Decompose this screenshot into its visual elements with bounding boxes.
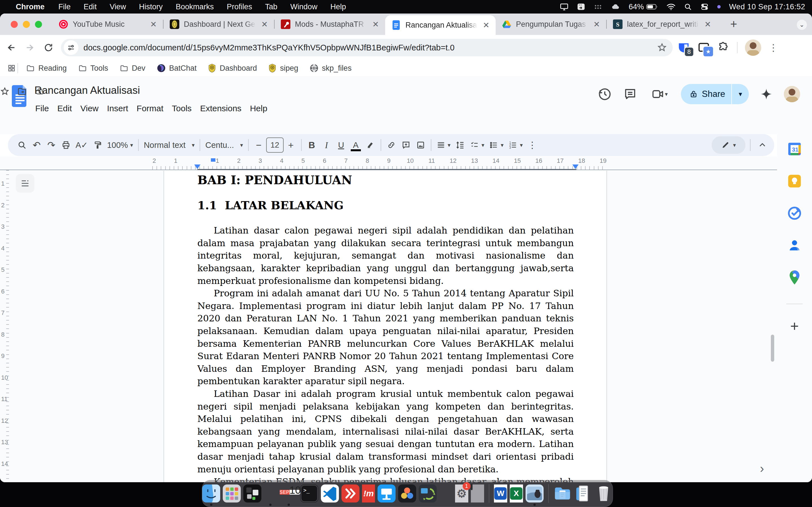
- extension-tab-star-icon[interactable]: ★: [698, 41, 710, 54]
- display-icon[interactable]: [560, 3, 568, 11]
- italic-button[interactable]: I: [319, 137, 334, 153]
- grid-dots-icon[interactable]: [594, 3, 602, 11]
- browser-tab-2[interactable]: Dashboard | Next Gener✕: [163, 13, 274, 35]
- wifi-icon[interactable]: [666, 3, 675, 10]
- menu-bar-item-file[interactable]: File: [52, 3, 77, 11]
- dock-item-sync-app[interactable]: [419, 485, 437, 503]
- text-color-button[interactable]: A: [349, 137, 363, 153]
- address-bar[interactable]: docs.google.com/document/d/15ps6vyM2mme3…: [61, 39, 673, 56]
- comments-icon[interactable]: [622, 86, 638, 102]
- dock-item-keynote[interactable]: [377, 485, 396, 503]
- bookmark-skp_files[interactable]: skp_files: [304, 62, 357, 74]
- gemini-sparkle-icon[interactable]: [758, 86, 774, 102]
- document-page[interactable]: BAB I: PENDAHULUAN 1.1 LATAR BELAKANG La…: [163, 171, 607, 482]
- keep-icon[interactable]: [786, 173, 803, 189]
- spell-check-icon[interactable]: A✓: [73, 137, 90, 153]
- tab-close-icon[interactable]: ✕: [149, 20, 158, 29]
- add-comment-icon[interactable]: [399, 137, 413, 153]
- dock-item-vscode[interactable]: [321, 485, 339, 503]
- dock-item-trash[interactable]: [595, 485, 613, 503]
- docs-menu-view[interactable]: View: [76, 102, 103, 115]
- tab-close-icon[interactable]: ✕: [371, 20, 380, 29]
- first-line-indent-marker[interactable]: [211, 158, 215, 162]
- browser-tab-5[interactable]: Pengumpulan Tugas Ind✕: [496, 13, 606, 35]
- share-button[interactable]: Share ▾: [681, 84, 749, 104]
- dock-item-chrome[interactable]: [264, 485, 277, 503]
- menu-bar-item-history[interactable]: History: [133, 3, 169, 11]
- dock-item-red-m-app[interactable]: !m: [362, 485, 375, 503]
- tab-close-icon[interactable]: ✕: [703, 20, 712, 29]
- tab-close-icon[interactable]: ✕: [592, 20, 601, 29]
- numbered-list-button[interactable]: 123▾: [506, 137, 525, 153]
- underline-button[interactable]: U: [334, 137, 349, 153]
- left-indent-marker[interactable]: [194, 165, 200, 169]
- contacts-icon[interactable]: [786, 237, 803, 253]
- menu-bar-item-window[interactable]: Window: [284, 3, 324, 11]
- align-button[interactable]: ▾: [434, 137, 453, 153]
- insert-image-icon[interactable]: [413, 137, 428, 153]
- browser-tab-4[interactable]: Rancangan Aktualisasi -✕: [385, 15, 496, 35]
- browser-tab-6[interactable]: Slatex_for_report_writing✕: [607, 13, 717, 35]
- cloud-icon[interactable]: [611, 3, 620, 11]
- document-title[interactable]: Rancangan Aktualisasi: [35, 84, 140, 96]
- minimize-window-button[interactable]: [23, 21, 30, 28]
- line-spacing-icon[interactable]: [453, 137, 467, 153]
- tab-close-icon[interactable]: ✕: [260, 20, 269, 29]
- menu-bar-item-bookmarks[interactable]: Bookmarks: [169, 3, 220, 11]
- vertical-scrollbar-thumb[interactable]: [771, 335, 774, 362]
- forward-button[interactable]: [22, 40, 37, 55]
- dock-item-calendar[interactable]: SEP10: [280, 485, 298, 503]
- extensions-puzzle-icon[interactable]: [717, 41, 730, 54]
- menu-bar-clock[interactable]: Wed 10 Sep 17:16:52: [729, 3, 805, 11]
- font-size-input[interactable]: 12: [266, 137, 284, 153]
- tab-close-icon[interactable]: ✕: [482, 20, 491, 30]
- dock-item-terminal[interactable]: >_: [300, 485, 318, 503]
- dock-item-finder[interactable]: [202, 485, 220, 503]
- close-window-button[interactable]: [11, 21, 18, 28]
- active-app-name[interactable]: Chrome: [16, 3, 52, 11]
- cloud-saved-icon[interactable]: [35, 87, 45, 96]
- back-button[interactable]: [4, 40, 18, 55]
- calendar-icon[interactable]: 31: [786, 141, 803, 157]
- collapse-panel-chevron-icon[interactable]: ›: [760, 461, 764, 475]
- dock-item-excel[interactable]: X: [510, 485, 523, 503]
- paint-format-icon[interactable]: [90, 137, 105, 153]
- bold-button[interactable]: B: [305, 137, 319, 153]
- dock-item-word[interactable]: W: [494, 485, 507, 503]
- docs-menu-edit[interactable]: Edit: [53, 102, 76, 115]
- extension-ublock-icon[interactable]: 8: [677, 41, 690, 54]
- insert-link-icon[interactable]: [384, 137, 399, 153]
- bulleted-list-button[interactable]: ▾: [487, 137, 506, 153]
- more-toolbar-icon[interactable]: ⋮: [525, 137, 540, 153]
- menu-bar-item-edit[interactable]: Edit: [77, 3, 103, 11]
- docs-menu-file[interactable]: File: [31, 102, 53, 115]
- dock-item-documents-stack[interactable]: [574, 485, 592, 503]
- apple-menu-icon[interactable]: [10, 6, 16, 7]
- editing-mode-button[interactable]: ▾: [712, 136, 746, 154]
- bookmark-star-icon[interactable]: [657, 43, 667, 53]
- browser-profile-avatar[interactable]: [745, 40, 761, 56]
- dock-item-iphone-mirroring[interactable]: [471, 485, 484, 503]
- bookmark-dev[interactable]: Dev: [114, 62, 151, 74]
- spotlight-search-icon[interactable]: [684, 3, 692, 11]
- menu-bar-item-view[interactable]: View: [103, 3, 133, 11]
- add-panel-app-button[interactable]: +: [790, 318, 799, 335]
- checklist-button[interactable]: ▾: [467, 137, 487, 153]
- horizontal-ruler[interactable]: 2112345678910111213141516171819: [0, 157, 812, 170]
- bookmark-reading[interactable]: Reading: [20, 62, 72, 74]
- menu-bar-item-tab[interactable]: Tab: [259, 3, 284, 11]
- menu-bar-item-help[interactable]: Help: [324, 3, 353, 11]
- vertical-ruler[interactable]: 123456789101112131415: [0, 170, 11, 482]
- dock-item-sphere-app[interactable]: [439, 485, 453, 503]
- screen-share-icon[interactable]: [577, 3, 585, 11]
- tasks-icon[interactable]: [786, 205, 803, 221]
- star-document-icon[interactable]: [0, 87, 10, 96]
- dock-item-davinci-resolve[interactable]: [398, 485, 416, 503]
- control-center-icon[interactable]: [700, 3, 709, 11]
- docs-profile-avatar[interactable]: [784, 86, 800, 102]
- version-history-icon[interactable]: [597, 86, 613, 102]
- highlight-color-icon[interactable]: [363, 137, 378, 153]
- reload-button[interactable]: [41, 40, 56, 55]
- zoom-window-button[interactable]: [35, 21, 42, 28]
- bookmark-dashboard[interactable]: Dashboard: [202, 62, 262, 74]
